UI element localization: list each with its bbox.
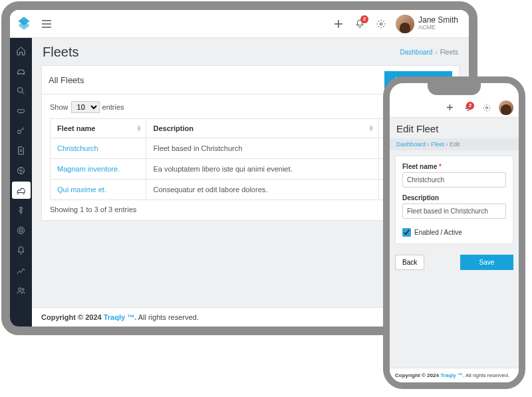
breadcrumb-current: Fleets	[440, 49, 458, 56]
nav-search-icon[interactable]	[12, 82, 31, 99]
phone-notch	[428, 83, 481, 95]
notification-badge: 2	[360, 15, 368, 23]
nav-fleets-icon[interactable]	[12, 182, 31, 199]
phone-add-icon[interactable]	[443, 101, 456, 114]
nav-vehicle-icon[interactable]	[12, 62, 31, 79]
phone-footer-brand-link[interactable]: Traqly ™.	[440, 372, 464, 378]
fleet-desc: Consequatur et odit labore dolores.	[146, 180, 378, 200]
breadcrumb: Dashboard›Fleets	[400, 49, 459, 56]
page-title: Fleets	[43, 45, 78, 60]
nav-chart-icon[interactable]	[12, 261, 31, 279]
nav-handshake-icon[interactable]	[12, 102, 31, 119]
col-desc[interactable]: Description▲▼	[146, 119, 378, 138]
nav-wheel-icon[interactable]	[12, 162, 31, 179]
col-name[interactable]: Fleet name▲▼	[51, 119, 146, 138]
phone-notification-badge: 2	[466, 102, 474, 110]
show-prefix: Show	[50, 103, 68, 111]
user-avatar[interactable]	[396, 15, 414, 33]
fleet-name-input[interactable]	[402, 172, 506, 188]
phone-page-title: Edit Fleet	[390, 118, 519, 138]
user-info[interactable]: Jane Smith ACME	[418, 16, 458, 31]
card-title: All Fleets	[49, 75, 84, 85]
page-size-select[interactable]: 10	[71, 101, 100, 113]
enabled-checkbox[interactable]	[402, 228, 411, 237]
enabled-checkbox-row[interactable]: Enabled / Active	[402, 228, 506, 237]
back-button[interactable]: Back	[395, 255, 424, 270]
nav-users-icon[interactable]	[12, 281, 31, 299]
nav-key-icon[interactable]	[12, 122, 31, 139]
nav-home-icon[interactable]	[12, 42, 31, 59]
fleet-link[interactable]: Christchurch	[57, 144, 98, 152]
svg-point-10	[486, 106, 488, 108]
fleet-link[interactable]: Magnam inventore.	[57, 165, 120, 173]
phone-settings-icon[interactable]	[480, 101, 493, 114]
svg-point-8	[19, 287, 21, 290]
app-header: 2 Jane Smith ACME	[10, 10, 469, 38]
phone-header: 2	[390, 98, 519, 118]
phone-notifications-icon[interactable]: 2	[462, 101, 475, 114]
show-suffix: entries	[102, 103, 124, 111]
nav-dollar-icon[interactable]	[12, 201, 31, 219]
fleet-link[interactable]: Qui maxime et.	[57, 186, 106, 194]
phone-footer: Copyright © 2024 Traqly ™. All rights re…	[390, 368, 519, 382]
notifications-icon[interactable]: 2	[350, 15, 369, 33]
fleet-desc-input[interactable]	[402, 203, 506, 219]
fleet-desc: Fleet based in Christchurch	[146, 138, 378, 159]
fleet-desc-label: Description	[402, 194, 506, 201]
phone-bc-root[interactable]: Dashboard	[396, 141, 426, 148]
save-button[interactable]: Save	[460, 255, 513, 270]
footer-brand-link[interactable]: Traqly ™.	[104, 313, 137, 321]
user-org: ACME	[418, 25, 458, 31]
settings-icon[interactable]	[372, 15, 390, 33]
svg-point-9	[22, 288, 24, 290]
svg-point-7	[21, 229, 21, 230]
sidebar	[10, 38, 32, 327]
phone-device: 2 Edit Fleet Dashboard › Fleet › Edit Fl…	[383, 76, 525, 389]
breadcrumb-root[interactable]: Dashboard	[400, 49, 433, 56]
phone-avatar[interactable]	[499, 100, 513, 115]
phone-bc-mid[interactable]: Fleet	[431, 141, 444, 148]
svg-point-2	[18, 130, 21, 133]
svg-point-1	[18, 87, 23, 92]
nav-bell-icon[interactable]	[12, 241, 31, 259]
svg-point-0	[380, 23, 382, 25]
nav-document-icon[interactable]	[12, 142, 31, 159]
phone-bc-current: Edit	[450, 141, 460, 148]
fleet-name-label: Fleet name *	[402, 163, 506, 170]
svg-point-4	[20, 170, 22, 172]
add-icon[interactable]	[329, 15, 348, 33]
menu-toggle[interactable]	[37, 17, 57, 31]
edit-fleet-form: Fleet name * Description Enabled / Activ…	[395, 156, 513, 244]
nav-target-icon[interactable]	[12, 221, 31, 239]
app-logo	[15, 15, 33, 33]
phone-breadcrumb: Dashboard › Fleet › Edit	[390, 138, 519, 150]
fleet-desc: Ea voluptatem libero iste qui animi even…	[146, 159, 378, 180]
